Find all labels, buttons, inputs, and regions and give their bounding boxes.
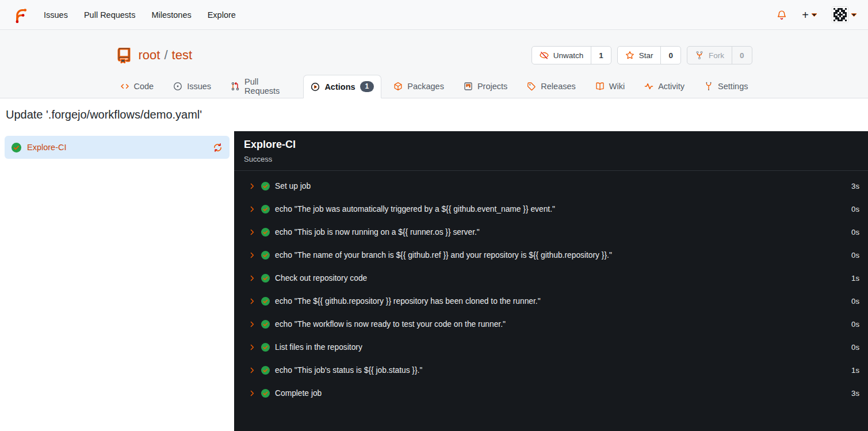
repo-action-buttons: Unwatch 1 Star 0 Fork 0 — [531, 46, 752, 64]
step-name: echo "This job is now running on a ${{ r… — [275, 228, 480, 237]
tab-label: Wiki — [609, 82, 625, 91]
step-row-2[interactable]: echo "This job is now running on a ${{ r… — [234, 220, 868, 243]
run-title-bar: Update '.forgejo/workflows/demo.yaml' — [0, 98, 868, 131]
step-row-7[interactable]: List files in the repository 0s — [234, 335, 868, 358]
tab-releases[interactable]: Releases — [519, 74, 583, 98]
step-name: List files in the repository — [275, 343, 362, 352]
step-row-3[interactable]: echo "The name of your branch is ${{ git… — [234, 243, 868, 266]
chevron-right-icon[interactable] — [248, 390, 256, 397]
code-icon — [120, 82, 129, 91]
tab-activity[interactable]: Activity — [637, 74, 692, 98]
play-circle-icon — [311, 82, 320, 91]
tab-settings[interactable]: Settings — [697, 74, 755, 98]
success-check-icon — [261, 389, 270, 398]
success-check-icon — [261, 343, 270, 352]
step-duration: 1s — [851, 274, 859, 283]
issue-circle-icon — [173, 82, 182, 91]
package-cube-icon — [393, 82, 403, 91]
tab-pull-requests[interactable]: Pull Requests — [223, 74, 299, 98]
chevron-right-icon[interactable] — [248, 321, 256, 328]
tag-icon — [527, 82, 536, 91]
tab-issues[interactable]: Issues — [166, 74, 219, 98]
step-name: echo "The ${{ github.repository }} repos… — [275, 297, 541, 306]
project-board-icon — [464, 82, 473, 91]
log-panel: Explore-CI Success Set up job 3s echo "T… — [234, 131, 868, 431]
commit-title: Update '.forgejo/workflows/demo.yaml' — [6, 108, 862, 121]
chevron-right-icon[interactable] — [248, 251, 256, 259]
step-duration: 0s — [851, 343, 859, 352]
eye-slash-icon — [540, 51, 549, 60]
step-name: echo "This job's status is ${{ job.statu… — [275, 366, 422, 375]
actions-count-badge: 1 — [360, 81, 374, 91]
step-row-4[interactable]: Check out repository code 1s — [234, 266, 868, 289]
chevron-right-icon[interactable] — [248, 182, 256, 190]
panel-job-title: Explore-CI — [244, 139, 858, 151]
step-duration: 0s — [851, 251, 859, 260]
tab-packages[interactable]: Packages — [386, 74, 452, 98]
user-menu[interactable] — [832, 6, 856, 23]
step-row-9[interactable]: Complete job 3s — [234, 382, 868, 405]
pulse-icon — [644, 82, 653, 91]
tab-actions[interactable]: Actions 1 — [303, 75, 381, 98]
star-icon — [625, 51, 634, 60]
job-name: Explore-CI — [27, 143, 67, 152]
tab-label: Actions — [324, 82, 355, 91]
tab-projects[interactable]: Projects — [456, 74, 515, 98]
step-row-1[interactable]: echo "The job was automatically triggere… — [234, 197, 868, 220]
notifications-bell-icon[interactable] — [777, 10, 787, 20]
repo-button-count[interactable]: 0 — [732, 47, 752, 64]
repo-button-count[interactable]: 1 — [591, 47, 611, 64]
wrench-icon — [704, 82, 713, 91]
step-row-8[interactable]: echo "This job's status is ${{ job.statu… — [234, 358, 868, 382]
tab-code[interactable]: Code — [113, 74, 162, 98]
plus-icon: + — [802, 9, 809, 21]
step-name: echo "The workflow is now ready to test … — [275, 320, 506, 329]
repo-owner-link[interactable]: root — [139, 48, 160, 63]
repo-book-icon — [116, 48, 132, 63]
step-duration: 1s — [851, 366, 859, 375]
caret-down-icon — [812, 13, 817, 17]
step-row-0[interactable]: Set up job 3s — [234, 174, 868, 197]
button-label: Star — [639, 51, 653, 60]
nav-link-milestones[interactable]: Milestones — [151, 10, 191, 20]
star-button[interactable]: Star 0 — [617, 46, 681, 64]
repo-title-separator: / — [164, 48, 167, 63]
step-duration: 3s — [851, 389, 859, 398]
tab-label: Projects — [477, 82, 507, 91]
create-new-dropdown[interactable]: + — [802, 9, 817, 21]
chevron-right-icon[interactable] — [248, 274, 256, 282]
step-name: Complete job — [275, 389, 322, 398]
chevron-right-icon[interactable] — [248, 297, 256, 305]
nav-link-pull-requests[interactable]: Pull Requests — [84, 10, 135, 20]
repo-button-count[interactable]: 0 — [660, 47, 680, 64]
button-label: Unwatch — [553, 51, 584, 60]
repo-name-link[interactable]: test — [172, 48, 192, 63]
chevron-right-icon[interactable] — [248, 228, 256, 236]
step-name: Check out repository code — [275, 274, 367, 283]
steps-list: Set up job 3s echo "The job was automati… — [234, 171, 868, 405]
repo-tabs: Code Issues Pull Requests Actions 1 Pack… — [112, 74, 757, 98]
step-row-5[interactable]: echo "The ${{ github.repository }} repos… — [234, 289, 868, 312]
run-layout: Explore-CI Explore-CI Success Set up job… — [0, 131, 868, 431]
nav-link-explore[interactable]: Explore — [208, 10, 236, 20]
success-check-icon — [261, 366, 270, 375]
chevron-right-icon[interactable] — [248, 344, 256, 351]
tab-label: Releases — [541, 82, 575, 91]
chevron-right-icon[interactable] — [248, 205, 256, 213]
tab-wiki[interactable]: Wiki — [588, 74, 632, 98]
jobs-sidebar: Explore-CI — [0, 131, 234, 431]
step-name: Set up job — [275, 182, 311, 190]
forgejo-logo[interactable]: path{stroke:#f05a00}path+path{stroke:#d4… — [12, 6, 29, 24]
refresh-icon[interactable] — [213, 143, 223, 152]
unwatch-button[interactable]: Unwatch 1 — [531, 46, 611, 64]
step-row-6[interactable]: echo "The workflow is now ready to test … — [234, 312, 868, 335]
step-duration: 0s — [851, 228, 859, 237]
nav-link-issues[interactable]: Issues — [44, 10, 68, 20]
caret-down-icon — [851, 13, 856, 17]
sidebar-job-explore-ci[interactable]: Explore-CI — [5, 136, 230, 159]
book-open-icon — [595, 82, 605, 91]
top-navbar: path{stroke:#f05a00}path+path{stroke:#d4… — [0, 0, 868, 30]
step-name: echo "The job was automatically triggere… — [275, 205, 555, 213]
chevron-right-icon[interactable] — [248, 367, 256, 374]
success-check-icon — [261, 274, 270, 283]
